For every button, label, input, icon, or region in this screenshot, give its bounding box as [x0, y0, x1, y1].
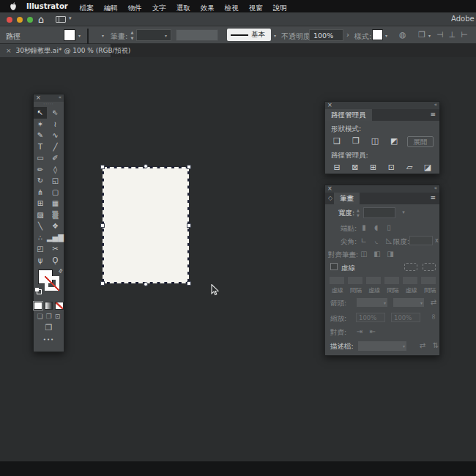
direct-selection-tool[interactable]: ⇖: [47, 107, 64, 119]
round-cap-button[interactable]: ◖: [371, 223, 382, 232]
handle-bottom-right[interactable]: [187, 281, 191, 286]
stroke-chevron-icon[interactable]: ▾: [102, 33, 104, 38]
selected-rectangle[interactable]: [103, 167, 189, 283]
rectangle-tool[interactable]: ▭: [34, 152, 47, 164]
pathfinder-tab[interactable]: 路徑管理員: [325, 109, 372, 121]
default-fill-stroke-icon[interactable]: [35, 288, 42, 294]
bevel-join-button[interactable]: ◺: [384, 236, 394, 245]
paintbrush-tool[interactable]: ✐: [47, 152, 64, 164]
minimize-window-button[interactable]: [17, 17, 23, 23]
arrow-tip-align-button[interactable]: ⇥: [354, 327, 365, 336]
expand-button[interactable]: 展開: [407, 136, 434, 147]
pathfinder-close-icon[interactable]: ×: [327, 101, 332, 109]
lasso-tool[interactable]: ≀: [47, 119, 64, 130]
curvature-tool[interactable]: ∿: [47, 130, 64, 141]
pathfinder-collapse-icon[interactable]: «: [434, 101, 437, 109]
mesh-tool[interactable]: ▨: [34, 209, 47, 221]
edit-toolbar-button[interactable]: •••: [34, 337, 64, 343]
gradient-button[interactable]: [45, 302, 53, 310]
outline-button[interactable]: ▱: [404, 163, 415, 173]
apple-icon[interactable]: [10, 1, 18, 11]
toolbar-collapse-icon[interactable]: «: [59, 94, 62, 102]
document-setup-icon[interactable]: ❐: [418, 30, 425, 40]
stroke-weight-stepper[interactable]: ▲▼: [129, 29, 135, 41]
minus-back-button[interactable]: ◪: [422, 163, 434, 173]
document-setup-globe-icon[interactable]: ◍: [399, 30, 406, 40]
stroke-weight-field[interactable]: ▾: [136, 29, 171, 41]
menu-item[interactable]: 編輯: [104, 4, 118, 12]
stroke-color-swatch[interactable]: [87, 29, 89, 44]
intersect-button[interactable]: ◫: [369, 136, 381, 146]
eyedropper-tool[interactable]: ╲: [34, 220, 47, 232]
shaper-tool[interactable]: ◊: [47, 164, 64, 176]
width-chevron-icon[interactable]: ▾: [398, 208, 409, 217]
menu-item[interactable]: 物件: [128, 4, 142, 12]
scale-tool[interactable]: ◱: [47, 175, 64, 187]
align-dash-button[interactable]: [423, 263, 436, 271]
doc-setup-chevron-icon[interactable]: ▾: [428, 33, 431, 38]
divide-button[interactable]: ⊟: [331, 163, 343, 173]
draw-inside-button[interactable]: ⊡: [55, 313, 61, 320]
magic-wand-tool[interactable]: ✶: [34, 119, 47, 130]
menu-item[interactable]: 文字: [152, 4, 166, 12]
align-right-button[interactable]: ⊢: [461, 30, 468, 40]
draw-normal-button[interactable]: ❏: [37, 313, 43, 320]
home-icon[interactable]: ⌂: [38, 13, 44, 26]
menu-item[interactable]: 檢視: [225, 4, 239, 12]
round-join-button[interactable]: ◟: [371, 236, 382, 245]
handle-top-right[interactable]: [187, 165, 191, 169]
stroke-tab[interactable]: 筆畫: [334, 193, 360, 204]
handle-middle-right[interactable]: [187, 223, 191, 228]
rotate-tool[interactable]: ↻: [34, 175, 47, 187]
pathfinder-menu-icon[interactable]: ≡: [430, 111, 436, 118]
menu-item[interactable]: 選取: [176, 4, 190, 12]
toolbar-header[interactable]: × «: [34, 94, 64, 102]
unite-button[interactable]: ❑: [331, 136, 343, 146]
pencil-tool[interactable]: ✏: [34, 164, 47, 176]
stroke-collapse-icon[interactable]: «: [434, 185, 437, 193]
preserve-dash-button[interactable]: [404, 263, 417, 271]
minus-front-button[interactable]: ❒: [350, 136, 362, 146]
width-stepper[interactable]: ▲▼: [357, 208, 360, 218]
zoom-window-button[interactable]: [27, 17, 33, 23]
hand-tool[interactable]: ψ: [34, 255, 47, 267]
column-graph-tool[interactable]: ▂▅▇: [47, 232, 64, 244]
close-window-button[interactable]: [7, 17, 12, 23]
free-transform-tool[interactable]: ▢: [47, 187, 64, 198]
pathfinder-header[interactable]: × «: [325, 102, 439, 109]
menu-item[interactable]: 效果: [201, 4, 215, 12]
exclude-button[interactable]: ◩: [388, 136, 400, 146]
handle-top-left[interactable]: [100, 165, 105, 169]
tab-close-icon[interactable]: ×: [6, 47, 12, 54]
style-chevron-icon[interactable]: ▾: [385, 33, 387, 38]
width-field[interactable]: [363, 207, 395, 218]
handle-bottom-left[interactable]: [100, 281, 105, 286]
flip-along-button[interactable]: ⇄: [417, 341, 428, 350]
artboard-tool[interactable]: ◰: [34, 243, 47, 255]
color-button[interactable]: [34, 302, 42, 310]
opacity-more-icon[interactable]: ›: [346, 31, 349, 39]
perspective-grid-tool[interactable]: ▦: [47, 198, 64, 209]
menu-item[interactable]: 檔案: [80, 4, 94, 12]
symbol-sprayer-tool[interactable]: ∴: [34, 232, 47, 244]
gradient-tool[interactable]: ▒: [47, 209, 64, 221]
swap-fill-stroke-icon[interactable]: ⇄: [57, 267, 64, 275]
pen-tool[interactable]: ✎: [34, 130, 47, 141]
crop-button[interactable]: ⊡: [385, 163, 397, 173]
draw-behind-button[interactable]: ❐: [46, 313, 52, 320]
align-stroke-center-button[interactable]: ◫: [359, 249, 369, 259]
flip-across-button[interactable]: ⇅: [431, 341, 441, 350]
slice-tool[interactable]: ✂: [47, 243, 64, 255]
handle-top-center[interactable]: [144, 164, 148, 168]
fill-chevron-icon[interactable]: ▾: [78, 33, 81, 38]
style-swatch[interactable]: [372, 29, 383, 40]
fill-color-swatch[interactable]: [64, 29, 75, 41]
width-tool[interactable]: ⋔: [34, 187, 47, 198]
workspace-chevron-icon[interactable]: ▾: [69, 15, 72, 21]
stroke-header[interactable]: × «: [325, 185, 439, 193]
align-center-button[interactable]: ⊥: [449, 30, 456, 40]
selection-tool[interactable]: ↖: [34, 107, 47, 119]
trim-button[interactable]: ⊠: [349, 163, 361, 173]
swap-arrowheads-icon[interactable]: ⇄: [428, 297, 439, 307]
toolbar-drag-dots[interactable]: ·····: [34, 102, 64, 107]
